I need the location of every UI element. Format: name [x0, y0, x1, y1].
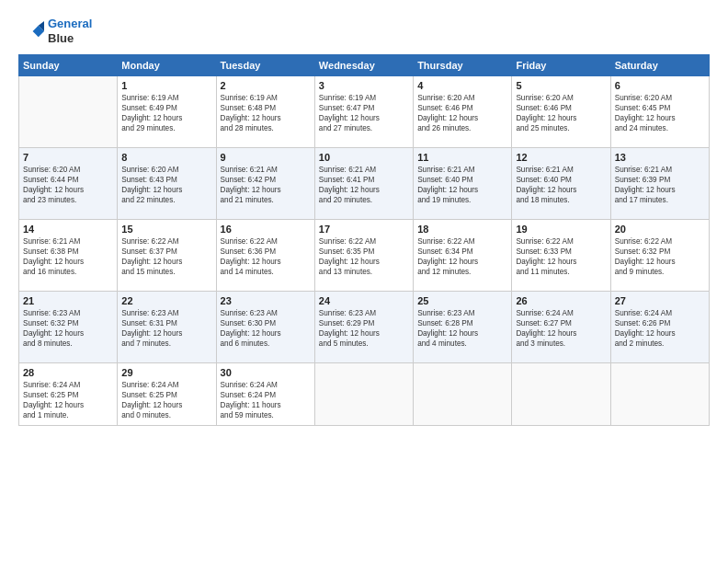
cell-info: Sunrise: 6:22 AM Sunset: 6:32 PM Dayligh…: [615, 236, 705, 277]
calendar-cell: 21Sunrise: 6:23 AM Sunset: 6:32 PM Dayli…: [19, 292, 118, 363]
calendar-cell: 11Sunrise: 6:21 AM Sunset: 6:40 PM Dayli…: [414, 148, 512, 220]
day-number: 30: [221, 367, 311, 378]
calendar-cell: 29Sunrise: 6:24 AM Sunset: 6:25 PM Dayli…: [118, 363, 216, 426]
day-number: 15: [121, 224, 211, 235]
calendar-cell: 1Sunrise: 6:19 AM Sunset: 6:49 PM Daylig…: [118, 76, 216, 148]
calendar-cell: 9Sunrise: 6:21 AM Sunset: 6:42 PM Daylig…: [216, 148, 314, 220]
calendar-cell: 3Sunrise: 6:19 AM Sunset: 6:47 PM Daylig…: [314, 76, 413, 148]
cell-info: Sunrise: 6:21 AM Sunset: 6:38 PM Dayligh…: [23, 236, 113, 277]
calendar-cell: 30Sunrise: 6:24 AM Sunset: 6:24 PM Dayli…: [216, 363, 314, 426]
calendar-cell: 24Sunrise: 6:23 AM Sunset: 6:29 PM Dayli…: [314, 292, 413, 363]
cell-info: Sunrise: 6:23 AM Sunset: 6:31 PM Dayligh…: [121, 308, 211, 349]
day-number: 18: [417, 224, 507, 235]
cell-info: Sunrise: 6:21 AM Sunset: 6:40 PM Dayligh…: [516, 165, 606, 205]
cell-info: Sunrise: 6:21 AM Sunset: 6:40 PM Dayligh…: [417, 165, 507, 205]
cell-info: Sunrise: 6:22 AM Sunset: 6:36 PM Dayligh…: [221, 236, 311, 277]
week-row-1: 1Sunrise: 6:19 AM Sunset: 6:49 PM Daylig…: [19, 76, 710, 148]
calendar-cell: [414, 363, 512, 426]
calendar-cell: 27Sunrise: 6:24 AM Sunset: 6:26 PM Dayli…: [610, 292, 709, 363]
col-header-saturday: Saturday: [610, 55, 709, 76]
calendar-cell: [610, 363, 709, 426]
calendar-cell: 20Sunrise: 6:22 AM Sunset: 6:32 PM Dayli…: [610, 220, 709, 292]
col-header-wednesday: Wednesday: [314, 55, 413, 76]
day-number: 25: [417, 295, 507, 306]
calendar-cell: 18Sunrise: 6:22 AM Sunset: 6:34 PM Dayli…: [414, 220, 512, 292]
cell-info: Sunrise: 6:24 AM Sunset: 6:24 PM Dayligh…: [221, 380, 311, 420]
cell-info: Sunrise: 6:23 AM Sunset: 6:30 PM Dayligh…: [221, 308, 311, 349]
day-number: 21: [23, 295, 113, 306]
cell-info: Sunrise: 6:20 AM Sunset: 6:46 PM Dayligh…: [516, 93, 606, 133]
calendar-cell: 2Sunrise: 6:19 AM Sunset: 6:48 PM Daylig…: [216, 76, 314, 148]
cell-info: Sunrise: 6:24 AM Sunset: 6:27 PM Dayligh…: [516, 308, 606, 349]
header: General Blue: [18, 17, 710, 45]
day-number: 8: [121, 152, 211, 163]
header-row: SundayMondayTuesdayWednesdayThursdayFrid…: [19, 55, 710, 76]
calendar-cell: 26Sunrise: 6:24 AM Sunset: 6:27 PM Dayli…: [512, 292, 610, 363]
page: General Blue SundayMondayTuesdayWednesda…: [0, 0, 728, 563]
calendar-cell: 4Sunrise: 6:20 AM Sunset: 6:46 PM Daylig…: [414, 76, 512, 148]
calendar-cell: 12Sunrise: 6:21 AM Sunset: 6:40 PM Dayli…: [512, 148, 610, 220]
calendar-cell: 14Sunrise: 6:21 AM Sunset: 6:38 PM Dayli…: [19, 220, 118, 292]
day-number: 11: [417, 152, 507, 163]
day-number: 2: [221, 80, 311, 91]
day-number: 19: [516, 224, 606, 235]
calendar-cell: 10Sunrise: 6:21 AM Sunset: 6:41 PM Dayli…: [314, 148, 413, 220]
day-number: 27: [615, 295, 705, 306]
week-row-5: 28Sunrise: 6:24 AM Sunset: 6:25 PM Dayli…: [19, 363, 710, 426]
calendar-cell: 22Sunrise: 6:23 AM Sunset: 6:31 PM Dayli…: [118, 292, 216, 363]
day-number: 23: [221, 295, 311, 306]
cell-info: Sunrise: 6:23 AM Sunset: 6:29 PM Dayligh…: [319, 308, 409, 349]
cell-info: Sunrise: 6:22 AM Sunset: 6:35 PM Dayligh…: [319, 236, 409, 277]
calendar-cell: 25Sunrise: 6:23 AM Sunset: 6:28 PM Dayli…: [414, 292, 512, 363]
day-number: 10: [319, 152, 409, 163]
cell-info: Sunrise: 6:23 AM Sunset: 6:28 PM Dayligh…: [417, 308, 507, 349]
cell-info: Sunrise: 6:19 AM Sunset: 6:48 PM Dayligh…: [221, 93, 311, 133]
day-number: 13: [615, 152, 705, 163]
cell-info: Sunrise: 6:20 AM Sunset: 6:44 PM Dayligh…: [23, 165, 113, 205]
cell-info: Sunrise: 6:19 AM Sunset: 6:47 PM Dayligh…: [319, 93, 409, 133]
cell-info: Sunrise: 6:19 AM Sunset: 6:49 PM Dayligh…: [121, 93, 211, 133]
logo-icon: [18, 18, 44, 44]
calendar-cell: 19Sunrise: 6:22 AM Sunset: 6:33 PM Dayli…: [512, 220, 610, 292]
cell-info: Sunrise: 6:21 AM Sunset: 6:41 PM Dayligh…: [319, 165, 409, 205]
day-number: 3: [319, 80, 409, 91]
day-number: 14: [23, 224, 113, 235]
calendar-cell: 16Sunrise: 6:22 AM Sunset: 6:36 PM Dayli…: [216, 220, 314, 292]
cell-info: Sunrise: 6:22 AM Sunset: 6:33 PM Dayligh…: [516, 236, 606, 277]
day-number: 22: [121, 295, 211, 306]
calendar-cell: [512, 363, 610, 426]
day-number: 9: [221, 152, 311, 163]
day-number: 1: [121, 80, 211, 91]
day-number: 7: [23, 152, 113, 163]
logo: General Blue: [18, 17, 92, 45]
day-number: 5: [516, 80, 606, 91]
col-header-thursday: Thursday: [414, 55, 512, 76]
day-number: 20: [615, 224, 705, 235]
cell-info: Sunrise: 6:20 AM Sunset: 6:43 PM Dayligh…: [121, 165, 211, 205]
day-number: 17: [319, 224, 409, 235]
calendar-cell: 7Sunrise: 6:20 AM Sunset: 6:44 PM Daylig…: [19, 148, 118, 220]
calendar-cell: 5Sunrise: 6:20 AM Sunset: 6:46 PM Daylig…: [512, 76, 610, 148]
calendar-table: SundayMondayTuesdayWednesdayThursdayFrid…: [18, 54, 710, 426]
calendar-cell: [19, 76, 118, 148]
col-header-tuesday: Tuesday: [216, 55, 314, 76]
day-number: 26: [516, 295, 606, 306]
col-header-friday: Friday: [512, 55, 610, 76]
cell-info: Sunrise: 6:23 AM Sunset: 6:32 PM Dayligh…: [23, 308, 113, 349]
cell-info: Sunrise: 6:22 AM Sunset: 6:34 PM Dayligh…: [417, 236, 507, 277]
cell-info: Sunrise: 6:20 AM Sunset: 6:46 PM Dayligh…: [417, 93, 507, 133]
day-number: 24: [319, 295, 409, 306]
day-number: 12: [516, 152, 606, 163]
cell-info: Sunrise: 6:21 AM Sunset: 6:42 PM Dayligh…: [221, 165, 311, 205]
calendar-cell: 15Sunrise: 6:22 AM Sunset: 6:37 PM Dayli…: [118, 220, 216, 292]
day-number: 6: [615, 80, 705, 91]
week-row-2: 7Sunrise: 6:20 AM Sunset: 6:44 PM Daylig…: [19, 148, 710, 220]
calendar-cell: 13Sunrise: 6:21 AM Sunset: 6:39 PM Dayli…: [610, 148, 709, 220]
cell-info: Sunrise: 6:24 AM Sunset: 6:25 PM Dayligh…: [121, 380, 211, 420]
day-number: 28: [23, 367, 113, 378]
week-row-4: 21Sunrise: 6:23 AM Sunset: 6:32 PM Dayli…: [19, 292, 710, 363]
calendar-cell: 23Sunrise: 6:23 AM Sunset: 6:30 PM Dayli…: [216, 292, 314, 363]
day-number: 4: [417, 80, 507, 91]
calendar-cell: 6Sunrise: 6:20 AM Sunset: 6:45 PM Daylig…: [610, 76, 709, 148]
calendar-cell: 8Sunrise: 6:20 AM Sunset: 6:43 PM Daylig…: [118, 148, 216, 220]
